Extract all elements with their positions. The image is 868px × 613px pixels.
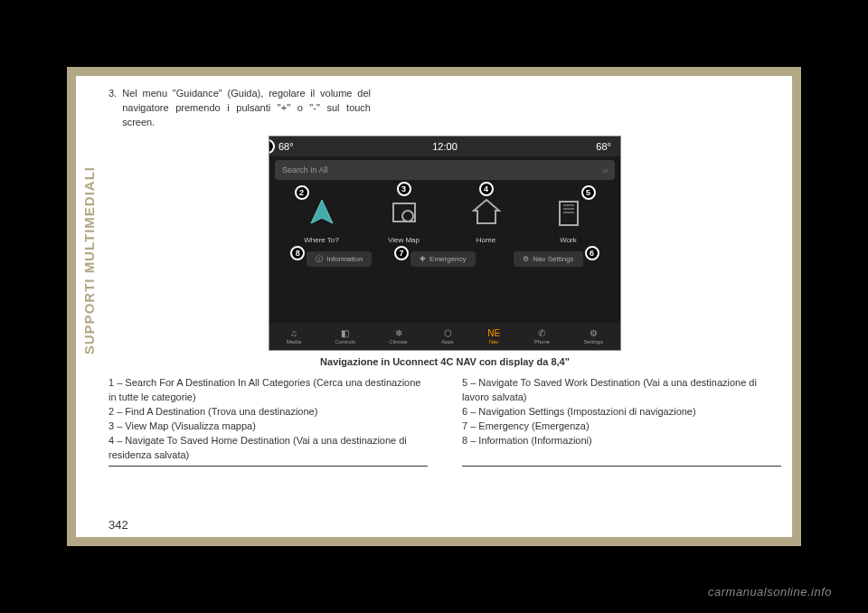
temp-left: 68° xyxy=(278,141,294,152)
legend-left: 1 – Search For A Destination In All Cate… xyxy=(108,376,428,467)
page-content: 3. Nel menu "Guidance" (Guida), regolare… xyxy=(108,87,781,526)
page-frame: SUPPORTI MULTIMEDIALI 3. Nel menu "Guida… xyxy=(67,67,801,546)
temp-right: 68° xyxy=(596,141,611,152)
clock: 12:00 xyxy=(432,141,458,152)
bottom-dock: ♫Media ◧Controls ❄Climate ⬡Apps NENav ✆P… xyxy=(269,323,620,350)
nav-settings-button[interactable]: 6 ⚙ Nav Settings xyxy=(514,251,582,267)
callout-4: 4 xyxy=(479,182,494,196)
dock-controls[interactable]: ◧Controls xyxy=(335,328,355,344)
dock-nav-label: Nav xyxy=(489,339,499,344)
view-map-button[interactable]: 3 View Map xyxy=(384,193,424,244)
work-button[interactable]: 5 Work xyxy=(549,193,589,244)
where-to-icon xyxy=(302,193,342,232)
dock-phone-label: Phone xyxy=(534,339,550,344)
callout-7: 7 xyxy=(394,246,409,260)
page-number: 342 xyxy=(108,518,128,532)
info-icon: ⓘ xyxy=(316,254,323,264)
nav-settings-label: Nav Settings xyxy=(533,255,573,263)
dock-settings-label: Settings xyxy=(584,339,604,344)
instruction-step: 3. Nel menu "Guidance" (Guida), regolare… xyxy=(108,87,371,130)
dock-apps-label: Apps xyxy=(441,339,454,344)
dock-media-label: Media xyxy=(287,339,301,344)
map-icon xyxy=(384,193,424,232)
work-label: Work xyxy=(560,236,577,244)
dock-settings[interactable]: ⚙Settings xyxy=(584,328,604,344)
callout-3: 3 xyxy=(397,182,411,196)
information-button[interactable]: 8 ⓘ Information xyxy=(307,251,372,267)
dock-apps[interactable]: ⬡Apps xyxy=(441,328,454,344)
settings-icon: ⚙ xyxy=(523,255,529,263)
svg-marker-3 xyxy=(474,200,499,223)
controls-icon: ◧ xyxy=(341,328,349,338)
compass-icon: NE xyxy=(487,328,500,338)
music-icon: ♫ xyxy=(290,328,297,338)
work-icon xyxy=(549,193,589,232)
dock-climate[interactable]: ❄Climate xyxy=(389,328,407,344)
apps-icon: ⬡ xyxy=(444,328,452,338)
main-nav-row: 2 Where To? 3 View Map 4 Home xyxy=(269,184,620,248)
search-icon: ⌕ xyxy=(603,165,608,174)
emergency-icon: ✚ xyxy=(420,255,426,263)
search-placeholder: Search In All xyxy=(282,165,328,174)
svg-marker-0 xyxy=(311,200,333,223)
legend-right: 5 – Navigate To Saved Work Destination (… xyxy=(462,376,781,467)
callout-2: 2 xyxy=(295,185,309,200)
figure-caption: Navigazione in Uconnect 4C NAV con displ… xyxy=(108,356,781,367)
home-label: Home xyxy=(476,236,495,244)
search-bar[interactable]: Search In All ⌕ 1 xyxy=(275,160,615,180)
emergency-button[interactable]: 7 ✚ Emergency xyxy=(410,251,475,267)
callout-6: 6 xyxy=(585,246,599,260)
where-to-button[interactable]: 2 Where To? xyxy=(302,193,342,244)
sidebar-title-text: SUPPORTI MULTIMEDIALI xyxy=(81,166,97,354)
callout-8: 8 xyxy=(290,246,305,260)
svg-point-2 xyxy=(402,211,413,222)
screenshot-container: 68° 12:00 68° Search In All ⌕ 1 2 Where … xyxy=(108,136,781,351)
uconnect-screenshot: 68° 12:00 68° Search In All ⌕ 1 2 Where … xyxy=(269,136,621,351)
dock-climate-label: Climate xyxy=(389,339,407,344)
secondary-nav-row: 8 ⓘ Information 7 ✚ Emergency 6 ⚙ Nav Se… xyxy=(269,248,620,270)
where-to-label: Where To? xyxy=(304,236,339,244)
dock-media[interactable]: ♫Media xyxy=(287,328,301,344)
information-label: Information xyxy=(326,255,363,263)
instruction-number: 3. xyxy=(108,87,117,130)
instruction-text: Nel menu "Guidance" (Guida), regolare il… xyxy=(122,87,371,130)
sidebar-section-label: SUPPORTI MULTIMEDIALI xyxy=(76,76,101,537)
dock-phone[interactable]: ✆Phone xyxy=(534,328,550,344)
view-map-label: View Map xyxy=(388,236,420,244)
watermark: carmanualsonline.info xyxy=(708,585,832,599)
home-button[interactable]: 4 Home xyxy=(467,193,506,244)
dock-controls-label: Controls xyxy=(335,339,355,344)
phone-icon: ✆ xyxy=(538,328,545,338)
dock-nav[interactable]: NENav xyxy=(487,328,500,344)
climate-icon: ❄ xyxy=(395,328,402,338)
legend-columns: 1 – Search For A Destination In All Cate… xyxy=(108,376,781,467)
gear-icon: ⚙ xyxy=(590,328,598,338)
status-bar: 68° 12:00 68° xyxy=(269,137,620,156)
callout-5: 5 xyxy=(581,185,596,200)
home-icon xyxy=(467,193,506,232)
emergency-label: Emergency xyxy=(429,255,466,263)
